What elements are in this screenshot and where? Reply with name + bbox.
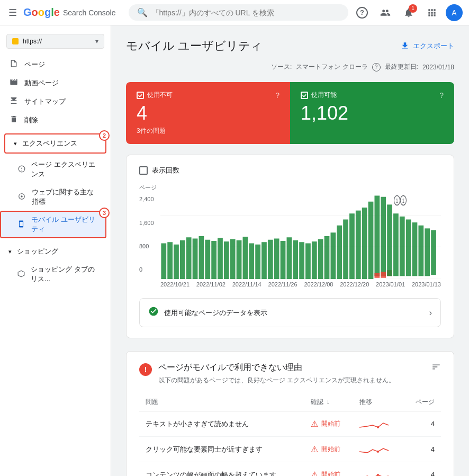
- svg-rect-43: [374, 196, 380, 276]
- sidebar-item-sitemap[interactable]: サイトマップ: [0, 92, 106, 111]
- users-button[interactable]: [376, 3, 395, 22]
- source-info-icon[interactable]: ?: [372, 63, 381, 71]
- svg-rect-23: [249, 244, 254, 280]
- usable-pages-text: 使用可能なページのデータを表示: [164, 308, 267, 318]
- export-button[interactable]: エクスポート: [400, 41, 454, 51]
- export-icon: [400, 41, 410, 51]
- table-header-row: 問題 確認 ↓ 推移 ページ: [139, 393, 441, 411]
- success-stat-value: 1,102: [301, 102, 444, 124]
- pages-cell-2: 4: [404, 462, 441, 476]
- topbar-right: ? 1 A: [353, 3, 463, 22]
- app-name-label: Search Console: [63, 8, 116, 17]
- shopping-icon: [17, 270, 25, 279]
- chart-container: ページ 2,400 1,600 800 0: [139, 184, 441, 290]
- confirm-cell: ⚠ 開始前: [304, 411, 353, 437]
- source-prefix: ソース:: [271, 62, 292, 71]
- col-confirm[interactable]: 確認 ↓: [304, 393, 353, 411]
- svg-rect-55: [431, 230, 436, 275]
- trend-cell-0: [353, 411, 404, 437]
- error-stat-value: 4: [137, 102, 279, 124]
- chart-toggle-checkbox[interactable]: [139, 166, 148, 175]
- content: モバイル ユーザビリティ エクスポート ソース: スマートフォン クローラ ? …: [111, 25, 469, 476]
- experience-section[interactable]: ▾ エクスペリエンス 2: [4, 133, 106, 154]
- notification-button[interactable]: 1: [399, 3, 418, 22]
- filter-button[interactable]: [431, 362, 441, 374]
- svg-rect-32: [305, 244, 311, 280]
- sidebar-item-page[interactable]: ページ: [0, 55, 106, 74]
- sidebar-item-page-experience[interactable]: ページ エクスペリエンス: [0, 156, 106, 183]
- page-icon: [8, 59, 19, 69]
- search-bar[interactable]: 🔍: [129, 4, 348, 21]
- menu-icon[interactable]: ☰: [6, 5, 19, 21]
- svg-rect-16: [205, 240, 210, 279]
- svg-rect-39: [349, 213, 355, 279]
- svg-rect-30: [293, 240, 298, 279]
- confirm-cell: ⚠ 開始前: [304, 437, 353, 462]
- sidebar-item-delete[interactable]: 削除: [0, 111, 106, 129]
- svg-rect-51: [406, 220, 411, 276]
- logo-e: e: [54, 6, 60, 18]
- table-row[interactable]: コンテンツの幅が画面の幅を超えています ⚠ 開始前: [139, 462, 441, 476]
- table-row[interactable]: クリック可能な要素同士が近すぎます ⚠ 開始前: [139, 437, 441, 462]
- svg-rect-15: [199, 236, 204, 279]
- search-input[interactable]: [152, 8, 340, 17]
- sidebar-item-shopping-tab[interactable]: ショッピング タブのリス...: [0, 261, 106, 288]
- avatar[interactable]: A: [446, 4, 463, 21]
- svg-rect-28: [281, 241, 286, 279]
- expand-shopping-icon: ▾: [8, 248, 12, 255]
- svg-rect-24: [255, 245, 260, 279]
- svg-rect-54: [425, 229, 430, 276]
- sort-icon: ↓: [326, 398, 329, 406]
- x-label-2: 2022/11/14: [232, 281, 261, 288]
- x-label-0: 2022/10/21: [160, 281, 190, 288]
- sidebar-item-web-vitals[interactable]: ウェブに関する主な指標: [0, 183, 106, 211]
- success-stat-label: 使用可能: [311, 91, 337, 100]
- issue-cell: コンテンツの幅が画面の幅を超えています: [139, 462, 304, 476]
- trend-cell-1: [353, 437, 404, 462]
- svg-point-62: [377, 474, 379, 476]
- svg-rect-34: [318, 239, 323, 279]
- sidebar-item-video[interactable]: 動画ページ: [0, 74, 106, 92]
- svg-rect-49: [393, 213, 399, 276]
- svg-rect-26: [268, 240, 273, 279]
- svg-rect-22: [243, 237, 248, 279]
- svg-rect-18: [218, 238, 223, 280]
- svg-text:1: 1: [402, 198, 404, 204]
- logo-o2: o: [38, 6, 44, 18]
- pages-cell-1: 4: [404, 437, 441, 462]
- apps-button[interactable]: [422, 3, 441, 22]
- help-button[interactable]: ?: [353, 3, 372, 22]
- y-val-1: 1,600: [139, 220, 157, 226]
- source-value: スマートフォン クローラ: [296, 62, 367, 71]
- success-info-icon[interactable]: ?: [439, 91, 444, 100]
- svg-rect-31: [299, 242, 304, 279]
- error-checkbox[interactable]: [137, 92, 144, 99]
- error-stat-label: 使用不可: [147, 91, 173, 100]
- chart-x-labels: 2022/10/21 2022/11/02 2022/11/14 2022/11…: [160, 281, 441, 288]
- error-info-icon[interactable]: ?: [275, 91, 279, 100]
- chart-section: 表示回数 ページ 2,400 1,600 800 0: [126, 155, 454, 338]
- success-stat-card: 使用可能 ? 1,102: [290, 82, 454, 144]
- usable-pages-chevron-icon: ›: [429, 308, 432, 318]
- svg-rect-25: [261, 242, 267, 279]
- svg-rect-48: [387, 205, 392, 276]
- table-row[interactable]: テキストが小さすぎて読めません ⚠ 開始前: [139, 411, 441, 437]
- svg-rect-20: [230, 239, 236, 279]
- svg-rect-17: [211, 241, 217, 279]
- shopping-section[interactable]: ▾ ショッピング: [0, 243, 111, 261]
- svg-rect-9: [161, 244, 166, 280]
- y-val-3: 0: [139, 266, 157, 273]
- search-icon: 🔍: [137, 7, 148, 17]
- site-selector[interactable]: https:// ▾: [6, 34, 104, 49]
- topbar-logo: Google Search Console: [23, 6, 116, 19]
- usable-pages-link[interactable]: 使用可能なページのデータを表示 ›: [139, 298, 441, 327]
- col-pages: ページ: [404, 393, 441, 411]
- page-title: モバイル ユーザビリティ: [126, 38, 263, 54]
- svg-rect-10: [167, 242, 173, 279]
- svg-rect-40: [356, 211, 361, 279]
- sidebar-item-mobile-usability[interactable]: モバイル ユーザビリティ 3: [0, 211, 106, 238]
- success-checkbox[interactable]: [301, 92, 308, 99]
- svg-rect-29: [287, 237, 292, 279]
- last-updated-label: 最終更新日:: [385, 62, 418, 71]
- confirm-status-2: 開始前: [321, 470, 340, 476]
